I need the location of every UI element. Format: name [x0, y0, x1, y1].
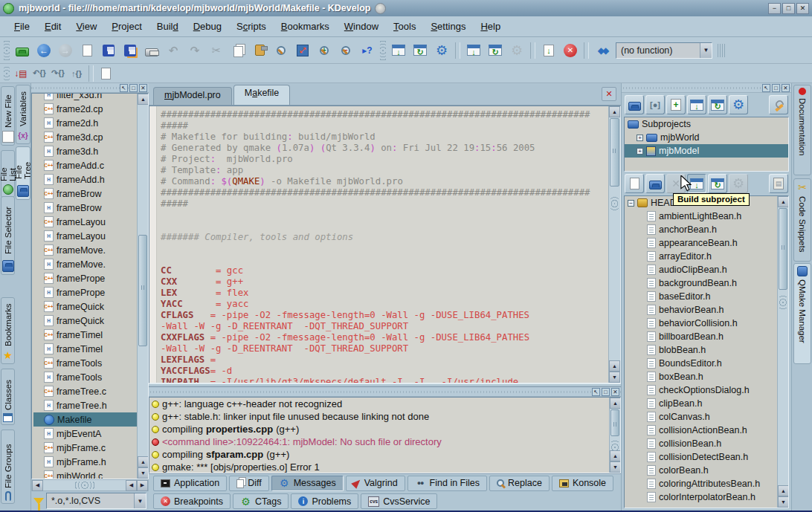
forward-button[interactable]: → [55, 40, 76, 61]
undo-button[interactable]: ↶ [163, 40, 184, 61]
menu-bookmarks[interactable]: Bookmarks [274, 19, 336, 34]
file-item-mjbframe-c[interactable]: C++mjbFrame.c [33, 441, 148, 455]
menu-file[interactable]: File [7, 19, 36, 34]
file-item-makefile[interactable]: Makefile [33, 412, 148, 427]
combo-arrow-icon[interactable] [700, 43, 712, 58]
side-tab-file-selector[interactable]: File Selector [1, 196, 15, 275]
header-file-billboardbean-h[interactable]: billboardBean.h [625, 330, 788, 343]
file-list-vscrollbar[interactable] [137, 94, 148, 479]
header-file-arrayeditor-h[interactable]: arrayEditor.h [625, 250, 788, 263]
side-tab-classes[interactable]: Classes [1, 369, 15, 425]
filter-funnel-icon[interactable] [33, 498, 44, 505]
fullscreen-button[interactable]: ⤢ [292, 40, 313, 61]
dock-maximize-button[interactable]: □ [129, 84, 138, 92]
scroll-down-icon[interactable] [138, 467, 149, 479]
tool-tab-ctags[interactable]: ⚙CTags [233, 493, 289, 509]
file-item-framebrow[interactable]: HframeBrow [33, 201, 148, 215]
scrollbar-thumb[interactable] [779, 208, 787, 290]
header-file-backgroundbean-h[interactable]: backgroundBean.h [625, 276, 788, 290]
whats-this-button[interactable]: ▸? [357, 40, 378, 61]
zoom-out-button[interactable]: − [335, 40, 356, 61]
jump-block-end-button[interactable]: ↷{} [49, 65, 67, 82]
header-file-coloringattributesbean-h[interactable]: coloringAttributesBean.h [625, 477, 788, 490]
header-file-colorbean-h[interactable]: colorBean.h [625, 464, 788, 477]
messages-vscrollbar[interactable] [609, 398, 620, 472]
tab-close-button[interactable]: ✕ [602, 87, 616, 101]
toolbar-handle[interactable] [380, 40, 386, 61]
create-new-file-button[interactable] [625, 174, 644, 193]
header-file-collisionactionbean-h[interactable]: collisionActionBean.h [625, 424, 788, 437]
file-filter-combo[interactable]: *.o,*.lo,CVS [46, 493, 146, 509]
build-project-button[interactable]: ↓ [388, 40, 409, 61]
header-file-anchorbean-h[interactable]: anchorBean.h [625, 223, 788, 236]
header-file-colcanvas-h[interactable]: colCanvas.h [625, 410, 788, 424]
header-file-boundseditor-h[interactable]: BoundsEditor.h [625, 357, 788, 370]
editor-vscrollbar[interactable] [608, 106, 620, 383]
subproject-mjbworld[interactable]: +mjbWorld [625, 131, 788, 144]
side-tab-file-tree[interactable]: File Tree [16, 146, 30, 200]
scroll-up-icon[interactable] [138, 456, 149, 467]
compile-file-button[interactable]: ↓ [538, 40, 559, 61]
scroll-down-icon[interactable] [610, 461, 621, 473]
tab-makefile[interactable]: Makefile [233, 85, 291, 105]
compile-disabled-button[interactable]: ⚙ [506, 40, 527, 61]
header-file-blobbean-h[interactable]: blobBean.h [625, 343, 788, 357]
message-row[interactable]: gmake: *** [objs/properties.o] Error 1 [149, 461, 620, 473]
menu-edit[interactable]: Edit [38, 19, 68, 34]
file-item-frametimel[interactable]: HframeTimel [33, 342, 148, 356]
dock-maximize-button[interactable]: □ [772, 84, 780, 92]
jump-block-start-button[interactable]: ↶{} [30, 65, 48, 82]
file-item-frametools[interactable]: C++frameTools [33, 356, 148, 370]
file-item-framebrow[interactable]: C++frameBrow [33, 187, 148, 201]
title-bar[interactable]: mjbworld - file:///home/martin/kdevelop/… [0, 0, 812, 16]
switch-header-source-button[interactable]: ↓▤ [12, 65, 30, 82]
scrollbar-grip[interactable] [75, 482, 94, 489]
side-tab-variables[interactable]: Variables{x} [16, 85, 30, 144]
header-file-audioclipbean-h[interactable]: audioClipBean.h [625, 263, 788, 276]
dock-close-button[interactable]: ✕ [611, 388, 619, 396]
run-qmake-button[interactable]: ⚙ [431, 40, 452, 61]
file-item-framequick[interactable]: HframeQuick [33, 314, 148, 328]
tool-tab-valgrind[interactable]: Valgrind [346, 476, 405, 491]
scope-button[interactable]: [●] [645, 95, 665, 114]
message-row[interactable]: g++: stable.h: linker input file unused … [149, 410, 620, 423]
file-item-frame2d-h[interactable]: Hframe2d.h [33, 116, 148, 130]
document-overview-button[interactable] [97, 65, 115, 82]
build-target-button[interactable]: ↓ [463, 40, 484, 61]
side-tab-code-snippets[interactable]: ✂Code Snippets [793, 178, 811, 262]
run-qmake-project-button[interactable]: ⚙ [729, 95, 748, 114]
jump-block-up-button[interactable]: ↑{} [68, 65, 86, 82]
scroll-up-icon[interactable] [138, 94, 149, 105]
dock-close-button[interactable]: ✕ [139, 84, 147, 92]
scrollbar-thumb[interactable] [610, 409, 619, 436]
expander-icon[interactable]: − [628, 200, 634, 207]
new-file-button[interactable] [77, 40, 97, 61]
file-item-frameprope[interactable]: C++framePrope [33, 271, 148, 285]
header-file-ambientlightbean-h[interactable]: ambientLightBean.h [625, 210, 788, 223]
message-row[interactable]: compiling properties.cpp (g++) [149, 423, 620, 435]
open-project-folder-button[interactable] [625, 95, 644, 114]
menu-build[interactable]: Build [150, 19, 185, 34]
rebuild-target-button[interactable]: ↻ [485, 40, 506, 61]
scroll-up-icon[interactable] [609, 106, 620, 117]
expander-icon[interactable]: + [637, 148, 643, 155]
file-item-frameadd-h[interactable]: HframeAdd.h [33, 172, 148, 187]
toolbar-grip-icon[interactable] [718, 44, 725, 57]
scrollbar-thumb[interactable] [610, 118, 619, 187]
menu-window[interactable]: Window [338, 19, 385, 34]
file-item-frametools[interactable]: HframeTools [33, 370, 148, 384]
message-row[interactable]: <command line>:10922464:1: mjbModel: No … [149, 435, 620, 448]
scroll-left-icon[interactable] [32, 480, 43, 491]
header-file-checkoptionsdialog-h[interactable]: checkOptionsDialog.h [625, 383, 788, 397]
scroll-up-icon[interactable] [778, 196, 789, 207]
configure-project-button[interactable] [769, 95, 788, 114]
header-file-colorinterpolatorbean-h[interactable]: colorInterpolatorBean.h [625, 490, 788, 504]
tool-tab-messages[interactable]: ⚙Messages [271, 476, 344, 491]
rebuild-project-button[interactable]: ↻ [410, 40, 431, 61]
maximize-button[interactable]: □ [782, 3, 795, 14]
add-file-button[interactable]: + [666, 95, 686, 114]
side-tab-qmake-manager[interactable]: QMake Manager [793, 263, 811, 364]
open-project-button[interactable] [12, 40, 33, 61]
file-item-frametree-h[interactable]: HframeTree.h [33, 398, 148, 412]
menu-help[interactable]: Help [474, 19, 507, 34]
